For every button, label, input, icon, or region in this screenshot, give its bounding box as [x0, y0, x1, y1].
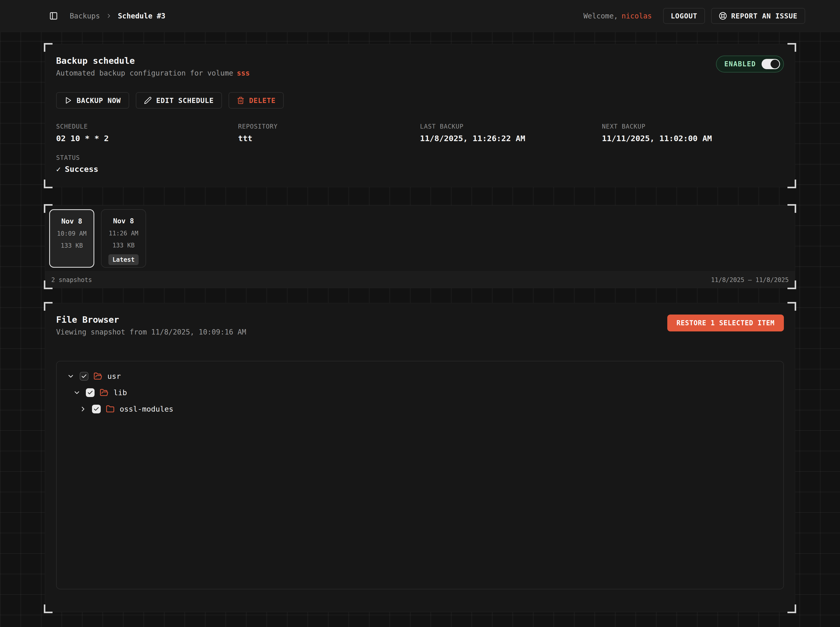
logout-button[interactable]: LOGOUT	[663, 8, 705, 24]
backup-now-label: BACKUP NOW	[77, 96, 121, 104]
corner-bracket	[44, 204, 52, 213]
main-content: Backup schedule Automated backup configu…	[0, 32, 840, 612]
schedule-fields: SCHEDULE 02 10 * * 2 REPOSITORY ttt LAST…	[56, 123, 784, 143]
snapshot-date-range: 11/8/2025 – 11/8/2025	[711, 276, 789, 284]
checkbox-checked[interactable]	[86, 388, 95, 397]
corner-bracket	[788, 302, 796, 311]
field-value: 11/8/2025, 11:26:22 AM	[420, 134, 602, 143]
schedule-heading: Backup schedule Automated backup configu…	[56, 55, 250, 77]
field-schedule: SCHEDULE 02 10 * * 2	[56, 123, 238, 143]
topbar: Backups Schedule #3 Welcome,nicolas LOGO…	[0, 0, 840, 32]
backup-now-button[interactable]: BACKUP NOW	[56, 92, 129, 109]
snapshots-panel: Nov 8 10:09 AM 133 KB Nov 8 11:26 AM 133…	[45, 205, 795, 288]
topbar-right: Welcome,nicolas LOGOUT REPORT AN ISSUE	[584, 8, 805, 24]
status-value: ✓ Success	[56, 164, 784, 174]
tree-item-label: ossl-modules	[120, 405, 174, 413]
volume-name: sss	[237, 69, 250, 77]
corner-bracket	[788, 43, 796, 52]
welcome-prefix: Welcome,	[584, 12, 618, 20]
toggle-knob	[771, 60, 779, 68]
chevron-down-icon[interactable]	[67, 372, 74, 380]
panel-subtitle: Automated backup configuration for volum…	[56, 69, 250, 77]
file-browser-heading: File Browser Viewing snapshot from 11/8/…	[56, 315, 246, 336]
file-browser-title: File Browser	[56, 315, 246, 325]
snapshot-card-list: Nov 8 10:09 AM 133 KB Nov 8 11:26 AM 133…	[45, 205, 795, 271]
snapshots-footer: 2 snapshots 11/8/2025 – 11/8/2025	[45, 271, 795, 288]
folder-closed-icon	[106, 405, 115, 413]
field-next-backup: NEXT BACKUP 11/11/2025, 11:02:00 AM	[602, 123, 784, 143]
status-text: Success	[65, 164, 98, 174]
latest-badge: Latest	[108, 254, 139, 265]
field-label: NEXT BACKUP	[602, 123, 784, 130]
checkbox-checked[interactable]	[92, 405, 101, 413]
sidebar-toggle-button[interactable]	[49, 11, 58, 20]
tree-item-label: usr	[107, 372, 121, 381]
field-label: SCHEDULE	[56, 123, 238, 130]
snapshot-time: 11:26 AM	[109, 230, 138, 237]
tree-row-lib[interactable]: lib	[57, 384, 783, 401]
tree-row-ossl-modules[interactable]: ossl-modules	[57, 401, 783, 417]
breadcrumb-parent-link[interactable]: Backups	[70, 12, 100, 20]
file-browser-panel: File Browser Viewing snapshot from 11/8/…	[45, 303, 795, 612]
panel-title: Backup schedule	[56, 55, 250, 66]
report-issue-button-label: REPORT AN ISSUE	[731, 12, 797, 20]
snapshot-date: Nov 8	[113, 217, 134, 225]
field-label: REPOSITORY	[238, 123, 420, 130]
snapshot-card[interactable]: Nov 8 10:09 AM 133 KB	[49, 209, 94, 268]
field-last-backup: LAST BACKUP 11/8/2025, 11:26:22 AM	[420, 123, 602, 143]
snapshot-size: 133 KB	[112, 242, 135, 249]
username: nicolas	[622, 12, 652, 20]
delete-button[interactable]: DELETE	[229, 92, 284, 109]
corner-bracket	[788, 204, 796, 213]
chevron-right-icon[interactable]	[79, 405, 87, 413]
welcome-text: Welcome,nicolas	[584, 12, 652, 20]
report-issue-button[interactable]: REPORT AN ISSUE	[711, 8, 805, 24]
trash-icon	[237, 96, 245, 104]
play-icon	[64, 96, 72, 104]
corner-bracket	[44, 280, 52, 289]
snapshot-count: 2 snapshots	[51, 276, 92, 284]
snapshot-card[interactable]: Nov 8 11:26 AM 133 KB Latest	[101, 209, 146, 268]
status-label: STATUS	[56, 154, 784, 161]
field-label: LAST BACKUP	[420, 123, 602, 130]
toggle-switch[interactable]	[762, 59, 780, 69]
field-repository: REPOSITORY ttt	[238, 123, 420, 143]
tree-row-usr[interactable]: usr	[57, 368, 783, 384]
corner-bracket	[788, 605, 796, 613]
field-value: 11/11/2025, 11:02:00 AM	[602, 134, 784, 143]
enabled-toggle-label: ENABLED	[724, 60, 756, 68]
edit-schedule-label: EDIT SCHEDULE	[156, 96, 214, 104]
tree-item-label: lib	[114, 388, 127, 397]
restore-button[interactable]: RESTORE 1 SELECTED ITEM	[667, 315, 784, 331]
enabled-toggle[interactable]: ENABLED	[716, 55, 784, 72]
chevron-right-icon	[106, 13, 112, 19]
edit-schedule-button[interactable]: EDIT SCHEDULE	[136, 92, 222, 109]
snapshot-date: Nov 8	[61, 217, 82, 225]
schedule-actions: BACKUP NOW EDIT SCHEDULE DELETE	[56, 92, 784, 109]
corner-bracket	[44, 180, 52, 188]
delete-label: DELETE	[249, 96, 276, 104]
corner-bracket	[788, 280, 796, 289]
logout-button-label: LOGOUT	[671, 12, 698, 20]
panel-left-icon	[49, 11, 58, 20]
corner-bracket	[44, 302, 52, 311]
file-tree: usr lib	[56, 361, 784, 589]
topbar-left: Backups Schedule #3	[49, 11, 165, 20]
chevron-down-icon[interactable]	[73, 389, 81, 397]
check-icon: ✓	[56, 165, 61, 174]
checkbox-checked[interactable]	[80, 372, 88, 381]
snapshot-time: 10:09 AM	[57, 230, 87, 237]
folder-open-icon	[93, 372, 102, 381]
corner-bracket	[788, 180, 796, 188]
folder-open-icon	[99, 388, 108, 397]
pencil-icon	[144, 96, 152, 104]
breadcrumb: Backups Schedule #3	[70, 12, 165, 20]
corner-bracket	[44, 605, 52, 613]
subtitle-prefix: Automated backup configuration for volum…	[56, 69, 233, 77]
corner-bracket	[44, 43, 52, 52]
life-buoy-icon	[719, 12, 727, 20]
field-status: STATUS ✓ Success	[56, 154, 784, 174]
breadcrumb-current: Schedule #3	[118, 12, 165, 20]
field-value: 02 10 * * 2	[56, 134, 238, 143]
file-browser-subtitle: Viewing snapshot from 11/8/2025, 10:09:1…	[56, 328, 246, 336]
